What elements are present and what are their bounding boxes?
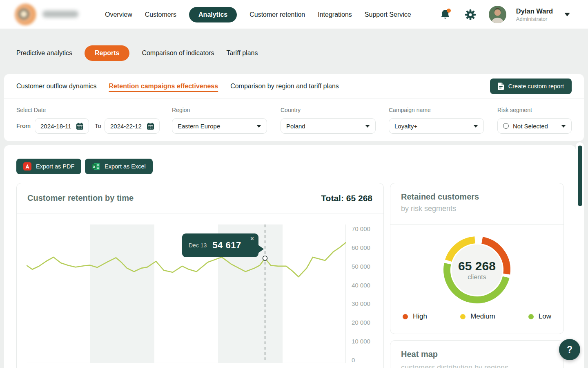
y-axis-tick: 20 000 [352, 319, 370, 326]
y-axis-tick: 60 000 [352, 244, 370, 251]
header-actions: Dylan Ward Administrator [440, 0, 570, 29]
top-navigation-bar: Overview Customers Analytics Customer re… [0, 0, 588, 29]
y-axis-tick: 40 000 [352, 282, 370, 289]
user-info[interactable]: Dylan Ward Administrator [516, 7, 553, 22]
total-label: Total: [321, 193, 344, 203]
nav-item-support-service[interactable]: Support Service [365, 11, 411, 18]
line-chart-total: Total: 65 268 [321, 193, 372, 203]
country-select[interactable]: Poland [281, 118, 376, 134]
tab-comparison-of-indicators[interactable]: Comparison of indicators [142, 49, 214, 57]
tooltip-date: Dec 13 [189, 242, 207, 249]
company-logo-blurred [15, 4, 36, 25]
chevron-down-icon [473, 125, 478, 128]
calendar-icon[interactable] [147, 123, 154, 130]
page-scrollbar-thumb[interactable] [578, 146, 582, 206]
region-label: Region [172, 107, 190, 113]
country-value: Poland [286, 123, 361, 130]
date-to-input[interactable]: 2024-22-12 [105, 118, 160, 134]
excel-icon: X [92, 162, 100, 171]
line-chart-header: Customer retention by time Total: 65 268 [17, 183, 383, 213]
nav-item-analytics[interactable]: Analytics [189, 7, 237, 22]
legend-dot-high [403, 314, 408, 319]
tooltip-close-icon[interactable]: × [250, 235, 254, 243]
risk-segment-label: Risk segment [497, 107, 532, 113]
retained-customers-card: Retained customers by risk segments 65 2… [390, 183, 564, 334]
y-axis-labels: 70 00060 00050 00040 00030 00020 00010 0… [352, 224, 380, 365]
legend-item-high: High [403, 312, 427, 321]
tab-predictive-analytics[interactable]: Predictive analytics [16, 49, 72, 57]
y-axis-tick: 30 000 [352, 300, 370, 307]
legend-item-low: Low [528, 312, 551, 321]
donut-card-header: Retained customers by risk segments [390, 183, 564, 225]
tooltip-value: 54 617 [212, 240, 241, 251]
report-controls-card: Customer outflow dynamics Retention camp… [4, 74, 584, 141]
to-label: To [95, 122, 101, 129]
chevron-down-icon [561, 125, 566, 128]
risk-segment-value: Not Selected [513, 123, 557, 130]
risk-segment-select[interactable]: Not Selected [497, 118, 572, 134]
pdf-icon [23, 162, 31, 171]
export-excel-label: Export as Excel [105, 163, 146, 170]
subtab-retention-campaigns-effectiveness[interactable]: Retention campaigns effectiveness [109, 83, 218, 90]
region-select[interactable]: Eastern Europe [172, 118, 267, 134]
chevron-down-icon [365, 125, 370, 128]
y-axis-tick: 0 [352, 357, 355, 364]
heat-map-title: Heat map [401, 350, 438, 359]
tooltip-arrow [258, 245, 264, 253]
date-to-value: 2024-22-12 [110, 123, 147, 130]
user-role: Administrator [516, 16, 553, 22]
radio-unselected-icon [503, 123, 509, 129]
nav-item-overview[interactable]: Overview [105, 11, 132, 18]
legend-label-low: Low [539, 312, 551, 321]
region-value: Eastern Europe [178, 123, 252, 130]
from-label: From [16, 122, 31, 129]
notifications-bell-icon[interactable] [440, 9, 450, 20]
campaign-name-label: Campaign name [389, 107, 431, 113]
notification-dot [447, 9, 451, 13]
tab-tariff-plans[interactable]: Tariff plans [226, 49, 258, 57]
chart-tooltip: Dec 13 54 617 × [182, 233, 258, 257]
page-scrollbar-track [576, 142, 584, 368]
report-content-card: Export as PDF X Export as Excel Customer… [4, 145, 576, 368]
donut-card-subtitle: by risk segments [401, 204, 564, 213]
heat-map-card: Heat map customers distribution by regio… [390, 340, 564, 368]
analytics-page-tabs: Predictive analytics Reports Comparison … [16, 45, 258, 61]
export-pdf-button[interactable]: Export as PDF [16, 159, 81, 174]
calendar-icon[interactable] [76, 123, 83, 130]
tab-reports[interactable]: Reports [85, 45, 129, 61]
subtab-comparison-by-region[interactable]: Comparison by region and tariff plans [230, 83, 339, 90]
user-menu-chevron-down-icon[interactable] [564, 13, 570, 16]
donut-card-title: Retained customers [401, 192, 564, 202]
user-name: Dylan Ward [516, 7, 553, 15]
campaign-name-select[interactable]: Loyalty+ [389, 118, 484, 134]
heat-map-subtitle: customers distribution by regions [401, 364, 508, 368]
country-label: Country [281, 107, 301, 113]
settings-gear-icon[interactable] [465, 9, 476, 20]
nav-item-customer-retention[interactable]: Customer retention [249, 11, 305, 18]
nav-item-integrations[interactable]: Integrations [318, 11, 352, 18]
legend-label-medium: Medium [470, 312, 495, 321]
risk-segments-donut-chart: 65 268 clients [428, 221, 526, 319]
total-value: 65 268 [346, 193, 372, 203]
campaign-name-value: Loyalty+ [394, 123, 469, 130]
nav-item-customers[interactable]: Customers [145, 11, 176, 18]
help-button[interactable]: ? [559, 339, 580, 360]
customer-retention-chart-card: Customer retention by time Total: 65 268… [16, 183, 384, 368]
y-axis-tick: 70 000 [352, 225, 370, 232]
create-custom-report-label: Create custom report [508, 83, 564, 90]
line-chart-title: Customer retention by time [27, 193, 134, 203]
export-excel-button[interactable]: X Export as Excel [85, 159, 153, 174]
svg-text:X: X [93, 164, 96, 169]
subtab-customer-outflow-dynamics[interactable]: Customer outflow dynamics [16, 83, 97, 90]
legend-item-medium: Medium [460, 312, 495, 321]
company-logo-text-blurred [42, 11, 78, 18]
legend-dot-low [528, 314, 534, 319]
date-from-input[interactable]: 2024-18-11 [35, 118, 89, 134]
legend-label-high: High [413, 312, 427, 321]
export-pdf-label: Export as PDF [36, 163, 74, 170]
user-avatar[interactable] [489, 6, 506, 23]
create-custom-report-button[interactable]: Create custom report [490, 79, 572, 94]
chevron-down-icon [256, 125, 261, 128]
y-axis-tick: 50 000 [352, 263, 370, 270]
y-axis-tick: 10 000 [352, 338, 370, 345]
